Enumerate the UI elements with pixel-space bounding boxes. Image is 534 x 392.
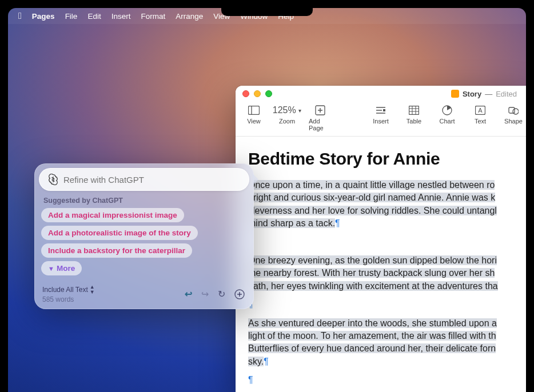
text-label: Text <box>475 118 486 125</box>
titlebar: Story — Edited <box>236 86 526 102</box>
empty-line: ¶ <box>248 298 515 311</box>
zoom-value: 125% ▾ <box>273 104 301 117</box>
sidebar-icon <box>248 104 260 117</box>
chevron-down-icon: ▼ <box>48 265 54 272</box>
toolbar: View 125% ▾ Zoom Add Page <box>236 102 526 137</box>
desktop:  Pages File Edit Insert Format Arrange … <box>8 8 526 392</box>
writing-tools-panel: Suggested by ChatGPT Add a magical impre… <box>34 163 254 309</box>
svg-rect-0 <box>249 106 260 115</box>
table-icon <box>409 104 419 117</box>
refine-input-wrapper[interactable] <box>39 168 249 191</box>
page-title: Bedtime Story for Annie <box>248 147 515 171</box>
word-count: 585 words <box>42 295 95 303</box>
text-icon: A <box>475 104 485 117</box>
table-button[interactable]: Table <box>403 104 425 125</box>
document-icon <box>451 90 459 98</box>
menu-edit[interactable]: Edit <box>87 12 101 21</box>
shape-icon <box>508 104 519 117</box>
panel-footer: Include All Text ▲▼ 585 words ↩ ↪ ↻ <box>39 282 249 306</box>
redo-button[interactable]: ↪ <box>201 289 209 299</box>
fullscreen-button[interactable] <box>265 90 272 97</box>
more-chip[interactable]: ▼ More <box>41 261 82 275</box>
empty-line: ¶ <box>248 374 515 386</box>
pages-window: Story — Edited View 125% ▾ Zoom <box>236 86 526 392</box>
view-label: View <box>247 118 261 125</box>
svg-rect-9 <box>409 106 419 115</box>
include-scope-select[interactable]: Include All Text ▲▼ <box>42 285 95 295</box>
chart-label: Chart <box>440 118 455 125</box>
suggestion-chip-2[interactable]: Add a photorealistic image of the story <box>41 226 198 240</box>
notch <box>221 0 313 16</box>
plus-icon <box>315 104 325 117</box>
chatgpt-icon <box>47 174 59 185</box>
undo-button[interactable]: ↩ <box>185 289 192 299</box>
refresh-button[interactable]: ↻ <box>218 289 225 299</box>
view-button[interactable]: View <box>242 104 265 125</box>
include-label: Include All Text <box>42 286 88 294</box>
paragraph-3: As she ventured deeper into the woods, s… <box>248 317 515 369</box>
device-bezel:  Pages File Edit Insert Format Arrange … <box>0 0 534 392</box>
svg-point-18 <box>513 109 519 114</box>
add-page-button[interactable]: Add Page <box>309 104 332 131</box>
suggestion-chip-3[interactable]: Include a backstory for the caterpillar <box>41 243 192 258</box>
apple-menu[interactable]:  <box>18 11 22 21</box>
pilcrow-icon: ¶ <box>335 218 340 228</box>
shape-label: Shape <box>504 118 523 125</box>
menu-arrange[interactable]: Arrange <box>176 12 203 21</box>
table-label: Table <box>407 118 421 125</box>
document-title[interactable]: Story <box>463 90 481 98</box>
close-button[interactable] <box>242 90 249 97</box>
shape-button[interactable]: Shape <box>502 104 525 125</box>
svg-rect-17 <box>509 107 515 113</box>
menu-file[interactable]: File <box>65 12 78 21</box>
add-page-label: Add Page <box>309 118 332 131</box>
suggestion-chip-1[interactable]: Add a magical impressionist image <box>41 208 184 222</box>
refine-input[interactable] <box>63 175 241 185</box>
insert-button[interactable]: Insert <box>369 104 392 125</box>
app-name[interactable]: Pages <box>32 12 55 21</box>
menu-format[interactable]: Format <box>141 12 165 21</box>
paragraph-2: One breezy evening, as the golden sun di… <box>248 254 515 293</box>
menu-insert[interactable]: Insert <box>111 12 131 21</box>
text-button[interactable]: A Text <box>469 104 492 125</box>
svg-rect-8 <box>383 109 385 111</box>
suggested-label: Suggested by ChatGPT <box>43 197 245 205</box>
chart-button[interactable]: Chart <box>436 104 459 125</box>
suggestions-list: Add a magical impressionist image Add a … <box>39 208 249 275</box>
traffic-lights <box>242 90 272 97</box>
minimize-button[interactable] <box>254 90 261 97</box>
empty-line: ¶ <box>248 236 515 249</box>
insert-icon <box>376 104 386 117</box>
updown-icon: ▲▼ <box>90 285 95 295</box>
svg-text:A: A <box>478 107 483 114</box>
document-status: Edited <box>496 90 517 98</box>
chart-icon <box>442 104 452 117</box>
add-button[interactable] <box>234 289 245 299</box>
insert-label: Insert <box>373 118 389 125</box>
zoom-label: Zoom <box>279 118 295 125</box>
document-body[interactable]: Bedtime Story for Annie Once upon a time… <box>236 137 526 392</box>
paragraph-1: Once upon a time, in a quaint little vil… <box>248 179 515 230</box>
zoom-control[interactable]: 125% ▾ Zoom <box>276 104 298 125</box>
more-label: More <box>57 264 75 273</box>
